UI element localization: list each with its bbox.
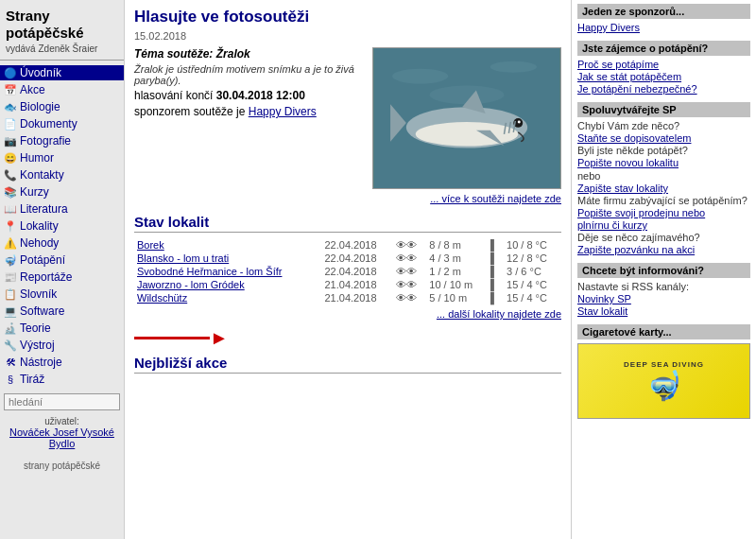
inform-text: Nastavte si RSS kanály: [577,281,750,292]
localities-section: Stav lokalit Borek 22.04.2018 👁👁 8 / 8 m… [134,214,561,320]
site-subtitle: vydává Zdeněk Šraier [6,43,118,54]
article-more-link[interactable]: ... více k soutěži najdete zde [134,193,561,204]
collaborate-text3: Máte firmu zabývající se potápěním? [577,195,750,206]
card-block: Cigaretové karty... DEEP SEA DIVING 🤿 [577,324,750,419]
diving-link-2[interactable]: Je potápění nebezpečné? [577,83,750,95]
sidebar-item-reportaze[interactable]: 📰 Reportáže [0,269,124,286]
eye-icon-1: 👁👁 [393,252,426,265]
locality-visibility-3: 10 / 10 m [426,278,488,291]
sidebar-item-dokumenty[interactable]: 📄 Dokumenty [0,115,124,132]
reportaze-icon: 📰 [4,271,17,284]
akce-icon: 📅 [4,84,17,96]
collaborate-link2a[interactable]: Popište novou lokalitu [577,157,750,168]
vystroj-icon: 🔧 [4,339,17,352]
locality-date-1: 22.04.2018 [321,252,393,265]
diver-icon: 🤿 [646,369,681,402]
sidebar-item-lokality[interactable]: 📍 Lokality [0,217,124,235]
user-link[interactable]: Nováček Josef Vysoké Bydlo [9,426,114,449]
next-section-title: Nejbližší akce [134,355,561,374]
main-content: Hlasujte ve fotosoutěži 15.02.2018 [125,0,572,539]
sponsor-header: Jeden ze sponzorů... [577,4,750,19]
localities-title: Stav lokalit [134,214,561,233]
sidebar-item-literatura[interactable]: 📖 Literatura [0,200,124,217]
arrow-line [134,337,210,339]
locality-date-0: 22.04.2018 [321,238,393,252]
sidebar-nav: 🔵 Úvodník 📅 Akce 🐟 Biologie 📄 [0,64,124,388]
locality-visibility-1: 4 / 3 m [426,252,488,265]
sidebar-item-humor[interactable]: 😄 Humor [0,149,124,166]
locality-date-3: 21.04.2018 [321,278,393,291]
sidebar-item-kontakty[interactable]: 📞 Kontakty [0,166,124,183]
topic-label: Téma soutěže: [134,47,213,61]
eye-icon-2: 👁👁 [393,265,426,278]
inform-link2[interactable]: Stav lokalit [577,305,750,317]
right-sidebar: Jeden ze sponzorů... Happy Divers Jste z… [572,0,756,539]
inform-link1[interactable]: Novinky SP [577,293,750,304]
collaborate-link2c[interactable]: Zapište stav lokality [577,183,750,194]
uvodik-icon: 🔵 [4,67,17,79]
sidebar-item-nastroje[interactable]: 🛠 Nástroje [0,354,124,371]
collaborate-or: nebo [577,170,600,182]
sidebar-item-akce[interactable]: 📅 Akce [0,81,124,98]
locality-visibility-0: 8 / 8 m [426,238,488,252]
sponsor-text: sponzorem soutěže je [134,105,245,118]
locality-visibility-4: 5 / 10 m [426,291,488,304]
collaborate-link4[interactable]: Zapište pozvánku na akci [577,244,750,255]
more-localities-link[interactable]: ... další lokality najdete zde [134,308,561,320]
table-row: Svobodné Heřmanice - lom Šífr 22.04.2018… [134,265,561,278]
locality-link-2[interactable]: Svobodné Heřmanice - lom Šífr [137,266,282,277]
collaborate-link3b[interactable]: plnírnu či kurzy [577,219,750,231]
humor-icon: 😄 [4,152,17,165]
svg-point-2 [490,61,537,73]
inform-block: Chcete být informováni? Nastavte si RSS … [577,263,750,317]
collaborate-block: Spoluvytvářejte SP Chybí Vám zde něco? S… [577,102,750,255]
red-arrow-icon: ► [210,327,229,349]
table-row: Blansko - lom u trati 22.04.2018 👁👁 4 / … [134,252,561,265]
search-input[interactable] [4,393,120,410]
sidebar-item-uvodik[interactable]: 🔵 Úvodník [0,64,124,81]
locality-link-1[interactable]: Blansko - lom u trati [137,252,229,264]
diving-block: Jste zájemce o potápění? Proč se potápím… [577,41,750,95]
collaborate-link1[interactable]: Staňte se dopisovatelem [577,132,750,144]
sidebar-item-nehody[interactable]: ⚠️ Nehody [0,235,124,252]
locality-visibility-2: 1 / 2 m [426,265,488,278]
svg-point-10 [518,120,521,123]
nehody-icon: ⚠️ [4,237,17,250]
locality-link-0[interactable]: Borek [137,239,164,251]
collaborate-text2: Byli jste někde potápět? [577,145,750,156]
sidebar-item-biologie[interactable]: 🐟 Biologie [0,98,124,115]
sidebar-item-kurzy[interactable]: 📚 Kurzy [0,183,124,200]
sponsor-link[interactable]: Happy Divers [249,105,317,118]
diving-link-0[interactable]: Proč se potápíme [577,59,750,70]
tiraz-icon: § [4,374,17,385]
potapeni-icon: 🤿 [4,254,17,267]
sidebar-item-vystroj[interactable]: 🔧 Výstroj [0,337,124,354]
locality-depth-1: 12 / 8 °C [504,252,561,265]
svg-point-1 [392,69,448,84]
eye-icon-0: 👁👁 [393,238,426,252]
sidebar-item-teorie[interactable]: 🔬 Teorie [0,320,124,337]
collaborate-link3a[interactable]: Popište svoji prodejnu nebo [577,207,750,218]
literatura-icon: 📖 [4,203,17,216]
inform-header: Chcete být informováni? [577,263,750,278]
voting-date: 30.04.2018 12:00 [216,89,305,102]
locality-depth-2: 3 / 6 °C [504,265,561,278]
sidebar-item-software[interactable]: 💻 Software [0,303,124,320]
sidebar-item-potapeni[interactable]: 🤿 Potápění [0,252,124,269]
sidebar-item-fotografie[interactable]: 📷 Fotografie [0,132,124,149]
locality-link-3[interactable]: Jaworzno - lom Gródek [137,279,245,290]
locality-link-4[interactable]: Wildschütz [137,292,187,304]
cigarette-card: DEEP SEA DIVING 🤿 [577,343,750,419]
table-row: Borek 22.04.2018 👁👁 8 / 8 m ▌ 10 / 8 °C [134,238,561,252]
diving-link-1[interactable]: Jak se stát potápěčem [577,71,750,82]
sponsor-link[interactable]: Happy Divers [577,22,750,33]
locality-table: Borek 22.04.2018 👁👁 8 / 8 m ▌ 10 / 8 °C … [134,238,561,304]
sidebar-header: Strany potápěčské vydává Zdeněk Šraier [0,4,124,56]
sponsor-block: Jeden ze sponzorů... Happy Divers [577,4,750,33]
sidebar-item-slovnik[interactable]: 📋 Slovník [0,286,124,303]
diving-header: Jste zájemce o potápění? [577,41,750,56]
card-title: DEEP SEA DIVING [624,360,704,369]
user-section: uživatel: Nováček Josef Vysoké Bydlo [0,412,124,453]
locality-depth-4: 15 / 4 °C [504,291,561,304]
sidebar-item-tiraz[interactable]: § Tiráž [0,371,124,388]
